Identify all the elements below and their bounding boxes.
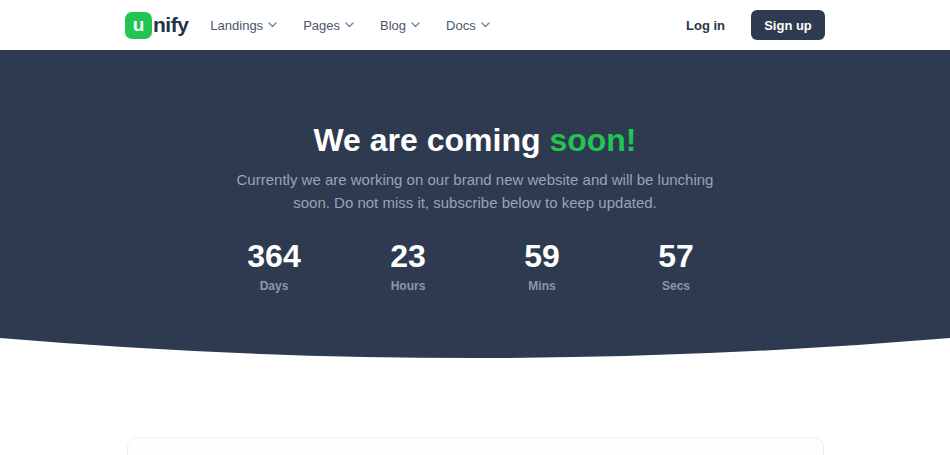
nav-item-label: Docs (446, 18, 476, 33)
nav-item-landings[interactable]: Landings (210, 18, 277, 33)
brand-logo-mark: u (125, 12, 152, 39)
countdown-label: Hours (341, 279, 475, 293)
nav-item-label: Landings (210, 18, 263, 33)
login-link[interactable]: Log in (686, 18, 725, 33)
brand-logo[interactable]: u nify (125, 12, 188, 39)
main-nav: Landings Pages Blog Docs (210, 18, 489, 33)
countdown-hours: 23 Hours (341, 240, 475, 293)
countdown-days: 364 Days (207, 240, 341, 293)
nav-item-docs[interactable]: Docs (446, 18, 490, 33)
lower-section (0, 437, 950, 455)
nav-item-pages[interactable]: Pages (303, 18, 354, 33)
chevron-down-icon (411, 22, 420, 28)
countdown-mins: 59 Mins (475, 240, 609, 293)
chevron-down-icon (481, 22, 490, 28)
countdown-value: 57 (609, 240, 743, 272)
hero-subtitle: Currently we are working on our brand ne… (217, 169, 733, 214)
nav-item-label: Pages (303, 18, 340, 33)
countdown-label: Secs (609, 279, 743, 293)
countdown: 364 Days 23 Hours 59 Mins 57 Secs (0, 240, 950, 293)
navbar-actions: Log in Sign up (686, 10, 825, 40)
page-title-main: We are coming (313, 122, 540, 158)
nav-item-label: Blog (380, 18, 406, 33)
navbar: u nify Landings Pages Blog (0, 0, 950, 50)
brand-logo-text: nify (153, 13, 188, 37)
page-title-accent: soon! (549, 122, 636, 158)
countdown-label: Days (207, 279, 341, 293)
signup-button[interactable]: Sign up (751, 10, 825, 40)
chevron-down-icon (268, 22, 277, 28)
countdown-label: Mins (475, 279, 609, 293)
countdown-value: 23 (341, 240, 475, 272)
brand-logo-letter: u (133, 15, 145, 34)
page-title: We are coming soon! (0, 120, 950, 160)
chevron-down-icon (345, 22, 354, 28)
countdown-value: 59 (475, 240, 609, 272)
nav-item-blog[interactable]: Blog (380, 18, 420, 33)
countdown-value: 364 (207, 240, 341, 272)
subscribe-card (127, 437, 824, 455)
hero-section: We are coming soon! Currently we are wor… (0, 50, 950, 338)
hero-curve (0, 338, 950, 358)
countdown-secs: 57 Secs (609, 240, 743, 293)
